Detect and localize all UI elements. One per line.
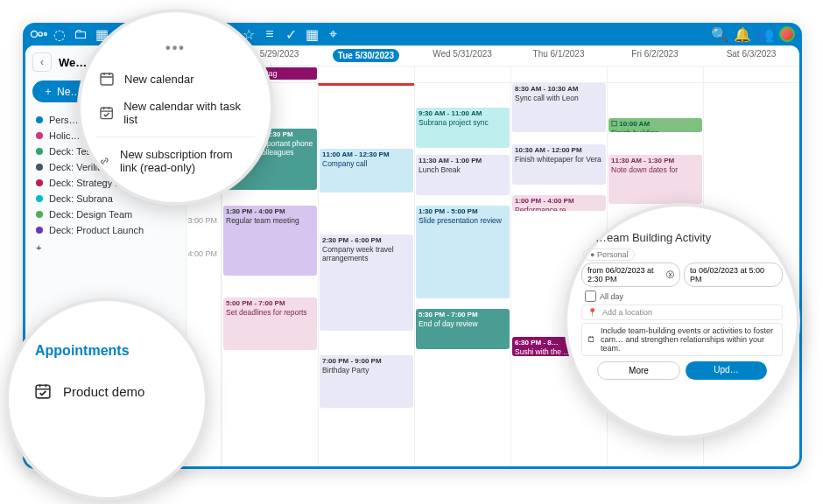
clear-icon[interactable]: ⓧ <box>666 270 674 281</box>
calendar-color-dot <box>36 148 43 155</box>
appointment-item[interactable]: Product demo <box>35 383 179 399</box>
svg-rect-5 <box>101 108 112 118</box>
to-datetime[interactable]: to 06/02/2023 at 5:00 PM <box>684 262 783 287</box>
allday-row: Pfingstmontag <box>186 66 799 83</box>
calendar-event[interactable]: 9:30 AM - 11:00 AMSubrana project sync <box>416 108 510 148</box>
avatar[interactable] <box>779 26 795 42</box>
files-icon[interactable]: 🗀 <box>72 25 89 43</box>
time-label: 4:00 PM <box>186 249 221 283</box>
dashboard-icon[interactable]: ◌ <box>51 25 68 43</box>
day-header[interactable]: Fri 6/2/2023 <box>607 49 703 62</box>
calendar-task-icon <box>100 106 113 120</box>
calendar-event[interactable]: ☐ 10:00 AMFinish building <box>608 118 702 132</box>
calendar-event[interactable]: 7:00 PM - 9:00 PMBirthday Party <box>320 355 413 408</box>
svg-rect-4 <box>101 74 113 85</box>
event-category[interactable]: ● Personal <box>583 248 635 261</box>
calendar-event[interactable]: 5:00 PM - 7:00 PMSet deadlines for repor… <box>223 298 317 350</box>
calendar-color-dot <box>36 164 43 171</box>
day-header[interactable]: Sat 6/3/2023 <box>703 49 799 62</box>
link-icon <box>100 154 109 168</box>
from-datetime[interactable]: from 06/02/2023 at 2:30 PM ⓧ <box>581 262 680 287</box>
calendar-task-icon <box>35 383 51 399</box>
more-button[interactable]: More <box>597 361 680 380</box>
calendar-color-dot <box>36 179 43 186</box>
allday-checkbox[interactable] <box>585 290 596 302</box>
appointments-panel: Appointments Product demo <box>5 298 208 500</box>
check-icon[interactable]: ✓ <box>282 25 299 43</box>
day-header[interactable]: Thu 6/1/2023 <box>510 49 607 62</box>
contacts-icon[interactable]: 👥 <box>756 25 774 43</box>
sidebar-title: We… <box>59 56 87 69</box>
svg-point-1 <box>39 32 42 36</box>
calendar-icon <box>100 72 114 86</box>
menu-new-subscription[interactable]: New subscription from link (read-only) <box>96 141 255 181</box>
time-label: 3:00 PM <box>186 216 221 249</box>
appointments-heading: Appointments <box>35 343 179 359</box>
location-icon[interactable]: ⌖ <box>324 25 341 43</box>
time-label <box>186 283 221 316</box>
menu-new-calendar-tasks[interactable]: New calendar with task list <box>96 93 255 133</box>
add-calendar[interactable]: + <box>32 241 179 255</box>
days-header: Mon 5/29/2023Tue 5/30/2023Wed 5/31/2023T… <box>186 46 799 66</box>
calendar-event[interactable]: 2:30 PM - 6:00 PMCompany week travel arr… <box>320 234 413 331</box>
calendar-event[interactable]: 11:30 AM - 1:00 PMLunch Break <box>416 155 510 195</box>
day-header[interactable]: Wed 5/31/2023 <box>414 49 510 62</box>
calendar-color-dot <box>36 227 43 234</box>
calendar-item[interactable]: Deck: Product Launch <box>32 223 179 237</box>
calendar-color-dot <box>36 132 43 139</box>
logo-icon <box>30 25 47 43</box>
calendar-color-dot <box>36 116 43 123</box>
calendar-event[interactable]: 1:00 PM - 4:00 PMPerformance re… <box>512 195 606 211</box>
svg-rect-6 <box>36 385 50 398</box>
search-icon[interactable]: 🔍 <box>711 25 728 43</box>
calendar-color-dot <box>36 211 43 218</box>
new-calendar-menu: ••• New calendar New calendar with task … <box>77 9 274 206</box>
day-header[interactable]: Tue 5/30/2023 <box>318 49 414 62</box>
svg-point-2 <box>44 33 46 36</box>
list-icon[interactable]: ≡ <box>261 25 278 43</box>
menu-dots-icon[interactable]: ••• <box>96 40 255 56</box>
calendar-event[interactable]: 1:30 PM - 4:00 PMRegular team meeting <box>223 206 317 276</box>
description-field[interactable]: 🗒 Include team-building events or activi… <box>581 323 783 356</box>
location-field[interactable]: 📍 Add a location <box>581 304 783 320</box>
calendar-color-dot <box>36 195 43 202</box>
notes-icon: 🗒 <box>587 335 595 344</box>
location-pin-icon: 📍 <box>587 308 597 317</box>
svg-point-0 <box>31 31 37 37</box>
update-button[interactable]: Upd… <box>686 361 767 380</box>
calendar-item[interactable]: Deck: Design Team <box>32 207 179 221</box>
menu-new-calendar[interactable]: New calendar <box>96 65 255 93</box>
calendar-event[interactable]: 1:30 PM - 5:00 PMSlide presentation revi… <box>416 206 510 298</box>
calendar-icon[interactable]: ▦ <box>303 25 320 43</box>
notif-icon[interactable]: 🔔 <box>734 25 751 43</box>
calendar-event[interactable]: 11:30 AM - 1:30 PMNote down dates for <box>608 155 702 204</box>
event-title[interactable]: …eam Building Activity <box>595 231 784 244</box>
calendar-event[interactable]: 5:30 PM - 7:00 PMEnd of day review <box>416 309 510 349</box>
day-col-tue[interactable]: 11:00 AM - 12:30 PMCompany call2:30 PM -… <box>318 83 414 466</box>
day-col-wed[interactable]: 9:30 AM - 11:00 AMSubrana project sync11… <box>414 83 510 466</box>
event-editor: …eam Building Activity ● Personal from 0… <box>564 203 800 439</box>
calendar-event[interactable]: 10:30 AM - 12:00 PMFinish whitepaper for… <box>512 144 606 185</box>
calendar-event[interactable]: 11:00 AM - 12:30 PMCompany call <box>320 149 413 192</box>
back-button[interactable]: ‹ <box>32 52 52 72</box>
calendar-event[interactable]: 8:30 AM - 10:30 AMSync call with Leon <box>512 83 606 132</box>
